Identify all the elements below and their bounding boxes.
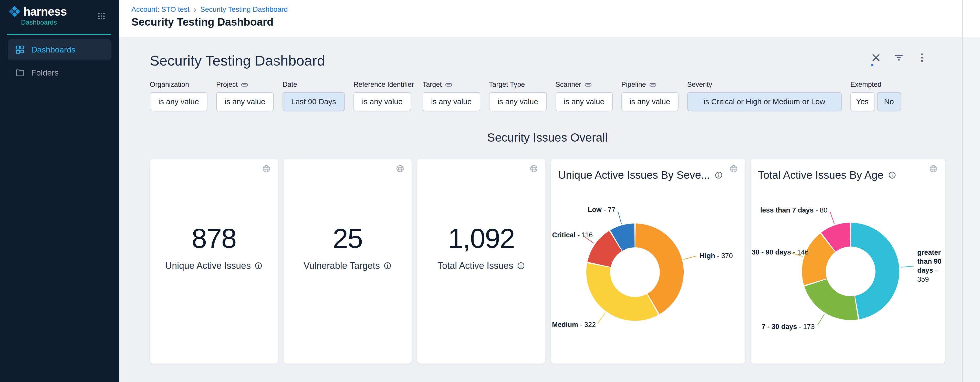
filter-label: Severity (687, 81, 712, 89)
filter-organization: Organizationis any value (150, 81, 207, 111)
dashboard-content: Security Testing Dashboard Organizationi… (119, 37, 963, 382)
donut-label-7-30-days: 7 - 30 days - 173 (762, 323, 815, 331)
filter-option-no[interactable]: No (877, 92, 901, 111)
page-root: harness Dashboards DashboardsFolders Acc… (0, 0, 980, 382)
cursor-dot (871, 64, 873, 66)
label-leader-line (684, 256, 696, 259)
filter-value[interactable]: is any value (353, 92, 411, 111)
donut-label-high: High - 370 (700, 252, 733, 260)
sidebar-item-folders[interactable]: Folders (8, 62, 111, 83)
donut-label-30-90-days: 30 - 90 days - 146 (752, 248, 809, 256)
stat-value: 1,092 (448, 223, 515, 254)
scrollbar-track[interactable] (963, 0, 980, 382)
donut-slice-7-30-days[interactable] (804, 279, 858, 320)
donut-label-value: - 77 (602, 206, 616, 214)
donut-label-critical: Critical - 116 (552, 231, 593, 239)
donut-label-less-than-7-days: less than 7 days - 80 (760, 206, 827, 214)
filter-bar: Organizationis any valueProjectis any va… (150, 81, 963, 111)
dashboard-title: Security Testing Dashboard (150, 52, 963, 69)
tile-grid: 878Unique Active Issues25Vulnerable Targ… (150, 159, 963, 364)
stat-card-vulnerable-targets: 25Vulnerable Targets (283, 159, 412, 364)
donut-chart: greater than 90 days - 3597 - 30 days - … (751, 159, 945, 364)
link-icon (649, 81, 657, 89)
donut-label-value: - 370 (715, 252, 733, 259)
filter-label: Reference Identifier (353, 81, 414, 89)
filter-date: DateLast 90 Days (283, 81, 345, 111)
breadcrumb: Account: STO test›Security Testing Dashb… (131, 5, 288, 14)
sidebar-divider (7, 34, 111, 35)
harness-logo[interactable]: harness (8, 5, 67, 18)
donut-slice-greater-than-90-days[interactable] (851, 223, 899, 319)
filter-value[interactable]: is any value (555, 92, 613, 111)
label-leader-line (818, 314, 824, 325)
sidebar-item-dashboards[interactable]: Dashboards (8, 40, 111, 60)
section-title: Security Issues Overall (150, 131, 945, 144)
link-icon (445, 81, 453, 89)
harness-logo-icon (8, 5, 21, 17)
donut-label-value: - 146 (791, 248, 809, 256)
filter-value[interactable]: is any value (216, 92, 274, 111)
filter-target: Targetis any value (423, 81, 480, 111)
filter-label: Target (423, 81, 442, 89)
filter-pipeline: Pipelineis any value (621, 81, 679, 111)
filter-label: Organization (150, 81, 189, 89)
filter-exempted: ExemptedYesNo (850, 81, 901, 111)
filter-label: Target Type (489, 81, 525, 89)
donut-label-low: Low - 77 (588, 206, 616, 214)
donut-label-medium: Medium - 322 (552, 320, 596, 328)
filter-value[interactable]: is any value (423, 92, 480, 111)
filter-option-yes[interactable]: Yes (850, 92, 875, 111)
filter-severity: Severityis Critical or High or Medium or… (687, 81, 842, 111)
dashboard-toolbar (871, 52, 928, 63)
stat-label: Vulnerable Targets (304, 260, 380, 271)
module-label: Dashboards (21, 18, 57, 26)
filter-scanner: Scanneris any value (555, 81, 613, 111)
info-icon[interactable] (517, 262, 525, 270)
label-leader-line (618, 211, 621, 224)
info-icon[interactable] (255, 262, 262, 270)
stat-value: 878 (192, 223, 236, 254)
app-grid-icon[interactable] (97, 12, 106, 22)
filter-value[interactable]: is any value (150, 92, 207, 111)
breadcrumb-link[interactable]: Account: STO test (131, 5, 189, 14)
filter-value[interactable]: is any value (489, 92, 547, 111)
filter-value[interactable]: Last 90 Days (283, 92, 345, 111)
sidebar-item-label: Dashboards (31, 45, 76, 54)
stat-value: 25 (333, 223, 363, 254)
scrollbar-track-top (963, 0, 980, 37)
breadcrumb-separator: › (194, 5, 196, 14)
sidebar-nav: DashboardsFolders (0, 38, 119, 86)
donut-label-greater-than-90-days: greater than 90 days - 359 (917, 248, 945, 284)
donut-slice-medium[interactable] (586, 263, 658, 321)
filter-icon[interactable] (894, 52, 904, 63)
filter-label: Scanner (555, 81, 581, 89)
breadcrumb-link[interactable]: Security Testing Dashboard (200, 5, 288, 14)
kebab-menu-icon[interactable] (917, 52, 928, 63)
donut-label-value: - 116 (576, 231, 593, 239)
link-icon (584, 81, 592, 89)
filter-value[interactable]: is Critical or High or Medium or Low (687, 92, 842, 111)
filter-value[interactable]: is any value (621, 92, 679, 111)
filter-label: Project (216, 81, 238, 89)
sidebar: harness Dashboards DashboardsFolders (0, 0, 119, 382)
globe-icon[interactable] (262, 164, 271, 174)
sidebar-item-label: Folders (31, 68, 59, 78)
donut-label-value: - 80 (814, 206, 827, 214)
label-leader-line (900, 266, 914, 267)
page-title: Security Testing Dashboard (131, 16, 274, 28)
globe-icon[interactable] (530, 164, 538, 174)
filter-label: Pipeline (621, 81, 646, 89)
globe-icon[interactable] (396, 164, 404, 174)
stat-card-unique-active-issues: 878Unique Active Issues (150, 159, 278, 364)
filter-label: Exempted (850, 81, 881, 89)
filter-reference-identifier: Reference Identifieris any value (353, 81, 414, 111)
info-icon[interactable] (383, 262, 391, 270)
chart-card-1: Total Active Issues By Agegreater than 9… (751, 159, 945, 364)
folder-icon (15, 68, 25, 77)
filter-project: Projectis any value (216, 81, 274, 111)
top-header: Account: STO test›Security Testing Dashb… (119, 0, 980, 37)
stat-card-total-active-issues: 1,092Total Active Issues (417, 159, 545, 364)
filter-target-type: Target Typeis any value (489, 81, 547, 111)
close-icon[interactable] (871, 52, 881, 63)
stat-label: Unique Active Issues (165, 260, 251, 271)
